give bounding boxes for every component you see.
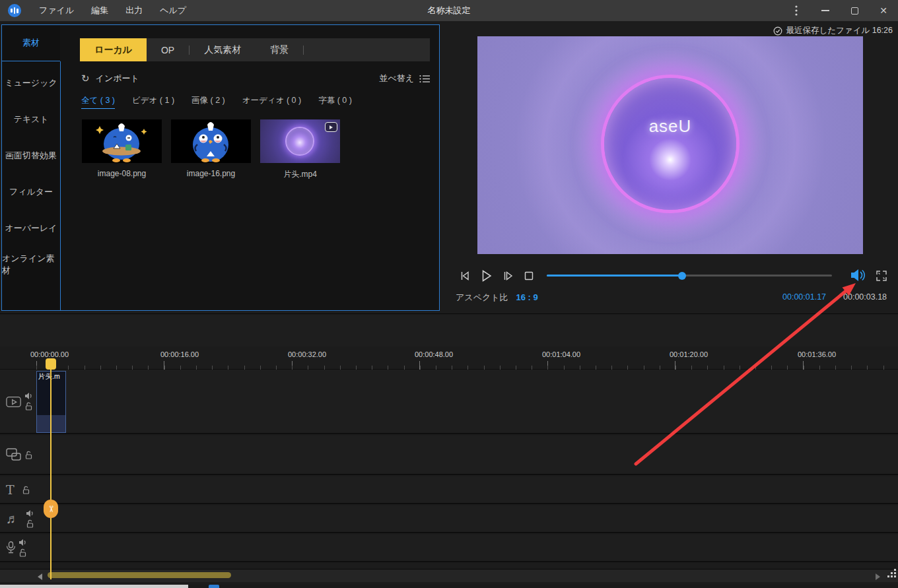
playhead-handle[interactable] <box>46 358 56 370</box>
track-music-header: ♬ <box>0 506 33 532</box>
current-time: 00:00:01.17 <box>782 292 826 302</box>
track-text[interactable]: T <box>0 476 898 504</box>
media-thumbnail[interactable] <box>260 119 340 163</box>
filter-image[interactable]: 画像 ( 2 ) <box>191 95 225 109</box>
more-menu-icon[interactable] <box>782 0 811 21</box>
overlay-track-icon[interactable] <box>6 448 22 461</box>
taskbar-sliver <box>0 585 898 588</box>
lock-track-icon[interactable] <box>25 451 32 459</box>
playhead-line[interactable] <box>50 358 52 579</box>
media-library-panel: 素材 ミュージック テキスト 画面切替効果 フィルター オーバーレイ オンライン… <box>1 24 440 311</box>
menu-help[interactable]: ヘルプ <box>151 0 195 21</box>
title-bar: ファイル 編集 出力 ヘルプ 名称未設定 ✕ <box>0 0 898 21</box>
scroll-right-arrow[interactable] <box>876 573 880 580</box>
timeline-clip-label: 片头.m <box>38 372 60 381</box>
lock-track-icon[interactable] <box>26 519 34 528</box>
import-label: インポート <box>96 73 139 84</box>
sidebar-item-transitions[interactable]: 画面切替効果 <box>2 137 60 174</box>
sort-label: 並べ替え <box>379 73 414 84</box>
mute-track-icon[interactable] <box>24 392 33 400</box>
fullscreen-icon[interactable] <box>873 267 890 284</box>
sidebar-item-filters[interactable]: フィルター <box>2 174 60 210</box>
split-cursor-badge[interactable]: ✂ <box>44 500 58 518</box>
media-item-image-08[interactable]: image-08.png <box>82 119 162 178</box>
taskbar-app-sliver <box>209 585 219 588</box>
import-button[interactable]: ↺ インポート <box>81 73 139 84</box>
mute-track-icon[interactable] <box>18 539 27 546</box>
total-duration: 00:00:03.18 <box>843 292 887 302</box>
timeline-ruler[interactable]: 00:00:00.00 00:00:16.00 00:00:32.00 00:0… <box>0 348 898 370</box>
resize-grip[interactable] <box>887 568 896 577</box>
close-button[interactable]: ✕ <box>869 0 898 21</box>
timeline-scrollbar[interactable] <box>0 569 898 582</box>
app-logo-icon <box>8 4 21 17</box>
media-thumbnail[interactable] <box>171 119 251 163</box>
preview-overlay-text: aseU <box>604 116 736 137</box>
video-track-icon[interactable] <box>6 395 22 408</box>
menu-edit[interactable]: 編集 <box>83 0 117 21</box>
filter-video[interactable]: ビデオ ( 1 ) <box>132 95 174 109</box>
minimize-button[interactable] <box>811 0 840 21</box>
media-caption: image-08.png <box>82 169 162 178</box>
sort-list-icon <box>419 75 430 83</box>
next-frame-button[interactable] <box>499 267 516 284</box>
recently-saved-note: 最近保存したファイル 16:26 <box>773 25 893 36</box>
track-overlay[interactable] <box>0 436 898 475</box>
tab-op[interactable]: OP <box>147 38 189 61</box>
media-filter-row: 全て ( 3 ) ビデオ ( 1 ) 画像 ( 2 ) オーディオ ( 0 ) … <box>81 95 430 109</box>
track-video-header <box>0 370 33 433</box>
maximize-button[interactable] <box>840 0 869 21</box>
ruler-label: 00:00:00.00 <box>30 350 69 358</box>
media-item-image-16[interactable]: image-16.png <box>171 119 251 178</box>
track-text-header: T <box>0 476 33 503</box>
ruler-label: 00:01:36.00 <box>798 350 836 358</box>
aspect-ratio-value[interactable]: 16 : 9 <box>516 292 538 302</box>
track-voiceover-header <box>0 535 33 561</box>
play-button[interactable] <box>477 267 495 284</box>
lock-track-icon[interactable] <box>25 402 32 410</box>
filter-all[interactable]: 全て ( 3 ) <box>81 95 115 109</box>
filter-audio[interactable]: オーディオ ( 0 ) <box>242 95 301 109</box>
music-track-icon[interactable]: ♬ <box>6 511 19 527</box>
ruler-label: 00:01:20.00 <box>670 350 708 358</box>
track-voiceover[interactable] <box>0 535 898 562</box>
prev-frame-button[interactable] <box>456 267 473 284</box>
menu-file[interactable]: ファイル <box>30 0 83 21</box>
seek-slider-thumb[interactable] <box>678 272 686 280</box>
tab-local[interactable]: ローカル <box>80 38 147 61</box>
sort-button[interactable]: 並べ替え <box>379 73 430 84</box>
sidebar-item-online[interactable]: オンライン素材 <box>2 246 60 282</box>
ruler-label: 00:00:16.00 <box>160 350 199 358</box>
sidebar-item-overlay[interactable]: オーバーレイ <box>2 210 60 246</box>
video-badge-icon <box>325 122 337 132</box>
media-thumbnail[interactable] <box>82 119 162 163</box>
filter-subtitle[interactable]: 字幕 ( 0 ) <box>318 95 352 109</box>
video-thumb-ring <box>285 127 314 156</box>
seek-slider-fill <box>547 275 682 277</box>
sidebar-item-music[interactable]: ミュージック <box>2 65 60 101</box>
volume-icon[interactable] <box>849 267 866 284</box>
library-sidebar: 素材 ミュージック テキスト 画面切替効果 フィルター オーバーレイ オンライン… <box>2 25 60 310</box>
saved-check-icon <box>773 26 782 36</box>
preview-viewport: aseU <box>477 36 863 254</box>
scrollbar-thumb[interactable] <box>48 572 231 578</box>
track-video[interactable]: 片头.m <box>0 370 898 434</box>
text-track-icon[interactable]: T <box>6 482 15 497</box>
aspect-ratio-row: アスペクト比16 : 9 <box>456 292 538 304</box>
mute-track-icon[interactable] <box>26 509 34 517</box>
stop-button[interactable] <box>520 267 537 284</box>
tab-background[interactable]: 背景 <box>256 38 303 61</box>
ruler-label: 00:00:32.00 <box>288 350 326 358</box>
media-item-video[interactable]: 片头.mp4 <box>260 119 340 180</box>
sidebar-item-material[interactable]: 素材 <box>2 25 60 61</box>
media-caption: image-16.png <box>171 169 251 178</box>
sidebar-item-text[interactable]: テキスト <box>2 101 60 137</box>
tab-popular[interactable]: 人気素材 <box>190 38 256 61</box>
lock-track-icon[interactable] <box>22 486 30 494</box>
lock-track-icon[interactable] <box>19 548 26 557</box>
scroll-left-arrow[interactable] <box>38 573 42 580</box>
seek-slider[interactable] <box>547 275 832 277</box>
menu-output[interactable]: 出力 <box>117 0 151 21</box>
track-music[interactable]: ♬ <box>0 506 898 533</box>
voiceover-track-icon[interactable] <box>6 541 16 554</box>
